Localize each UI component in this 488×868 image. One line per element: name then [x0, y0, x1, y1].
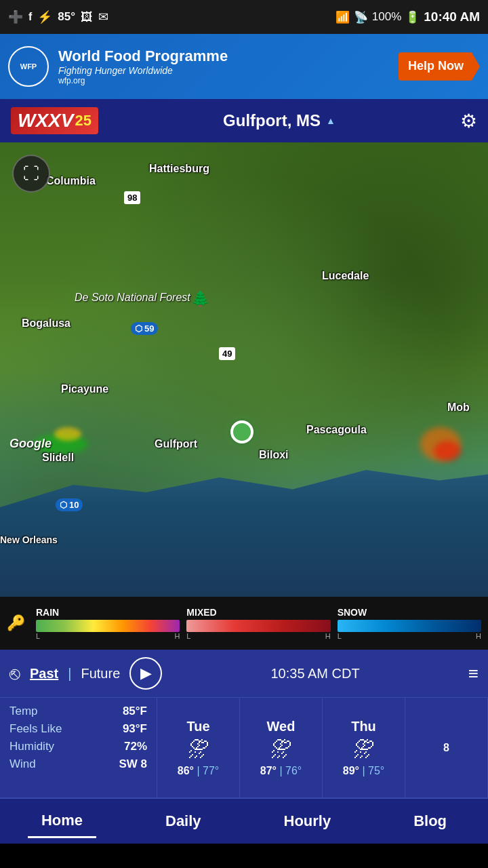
signal-icon: 📡	[354, 10, 368, 24]
past-button[interactable]: Past	[30, 666, 58, 682]
condition-row: Temp85°F	[9, 705, 147, 718]
map-label-pascagoula: Pascagoula	[306, 424, 367, 436]
rain-gradient	[36, 620, 180, 632]
photo-icon: 🖼	[81, 10, 93, 24]
temp-display: 85°	[58, 10, 75, 24]
radar-yellow	[54, 427, 81, 441]
battery-display: 100%	[372, 10, 401, 24]
ad-title: World Food Programme	[58, 47, 389, 65]
legend-snow: SNOW L H	[338, 607, 481, 640]
nav-item-daily[interactable]: Daily	[152, 806, 215, 837]
forecast-day-fri[interactable]: 8	[405, 698, 488, 797]
bottom-nav: HomeDailyHourlyBlog	[0, 797, 488, 844]
future-button[interactable]: Future	[81, 666, 120, 682]
mixed-low: L	[186, 632, 190, 640]
wifi-icon: 📶	[336, 10, 350, 24]
map-label-lucedale: Lucedale	[322, 270, 369, 282]
location-display[interactable]: Gulfport, MS ▲	[223, 111, 336, 130]
road-badge-10: 10	[56, 498, 83, 511]
map-label-mobile: Mob	[447, 401, 470, 414]
map-label-biloxi: Biloxi	[259, 449, 289, 461]
forecast-day-thu[interactable]: Thu ⛈ 89° | 75°	[323, 698, 405, 797]
legend-bar: 🔑 RAIN L H MIXED L H SNOW L H	[0, 597, 488, 650]
nav-item-hourly[interactable]: Hourly	[270, 806, 345, 837]
weather-bar: Temp85°FFeels Like93°FHumidity72%WindSW …	[0, 697, 488, 797]
snow-gradient	[338, 620, 481, 632]
app-header: WXXV 25 Gulfport, MS ▲ ⚙	[0, 99, 488, 142]
map-label-forest: De Soto National Forest	[75, 292, 190, 304]
map-label-slidell: Slidell	[42, 452, 74, 464]
location-dropdown-icon: ▲	[326, 115, 336, 126]
mixed-gradient	[186, 620, 330, 632]
ad-url: wfp.org	[58, 76, 389, 85]
ad-logo: WFP	[8, 46, 49, 87]
forecast-day-wed[interactable]: Wed ⛈ 87° | 76°	[240, 698, 323, 797]
ad-cta-button[interactable]: Help Now	[399, 52, 480, 81]
rain-low: L	[36, 632, 40, 640]
location-marker	[230, 420, 253, 443]
map-label-bogalusa: Bogalusa	[22, 317, 70, 330]
gmail-icon: ✉	[98, 9, 108, 24]
add-icon: ➕	[8, 9, 23, 24]
map-label-columbia: Columbia	[46, 175, 96, 187]
map-container[interactable]: Hattiesburg Columbia De Soto National Fo…	[0, 142, 488, 597]
usb-icon: ⚡	[37, 9, 52, 24]
snow-low: L	[338, 632, 342, 640]
legend-mixed: MIXED L H	[186, 607, 330, 640]
condition-row: Humidity72%	[9, 740, 147, 753]
road-badge-49: 49	[219, 347, 235, 360]
logo-num: 25	[75, 112, 91, 130]
controls-bar: ⎋ Past | Future ▶ 10:35 AM CDT ≡	[0, 650, 488, 697]
map-label-gulfport: Gulfport	[155, 438, 197, 450]
google-watermark: Google	[9, 437, 52, 451]
map-label-picayune: Picayune	[61, 383, 108, 395]
ad-text: World Food Programme Fighting Hunger Wor…	[58, 47, 389, 85]
location-text: Gulfport, MS	[223, 111, 321, 130]
road-badge-59: 59	[131, 322, 158, 335]
map-label-neworleans: New Orleans	[0, 534, 58, 545]
status-left: ➕ f ⚡ 85° 🖼 ✉	[8, 9, 108, 24]
status-right: 📶 📡 100% 🔋 10:40 AM	[336, 9, 480, 24]
ad-banner[interactable]: WFP World Food Programme Fighting Hunger…	[0, 34, 488, 99]
settings-icon[interactable]: ⚙	[460, 110, 477, 132]
expand-map-button[interactable]: ⛶	[12, 155, 50, 193]
road-badge-98: 98	[124, 191, 140, 204]
logo-text: WXXV	[18, 110, 73, 132]
radar-time: 10:35 AM CDT	[171, 666, 459, 682]
status-bar: ➕ f ⚡ 85° 🖼 ✉ 📶 📡 100% 🔋 10:40 AM	[0, 0, 488, 34]
layers-icon[interactable]: ≡	[468, 663, 479, 684]
mixed-high: H	[325, 632, 331, 640]
legend-rain: RAIN L H	[36, 607, 180, 640]
snow-high: H	[476, 632, 481, 640]
legend-key-icon: 🔑	[7, 614, 25, 632]
forecast-days: Tue ⛈ 86° | 77° Wed ⛈ 87° | 76° Thu ⛈ 89…	[157, 698, 488, 797]
rain-high: H	[174, 632, 180, 640]
share-icon[interactable]: ⎋	[9, 663, 20, 684]
map-label-hattiesburg: Hattiesburg	[149, 163, 209, 175]
condition-row: WindSW 8	[9, 757, 147, 771]
facebook-icon: f	[28, 11, 32, 23]
nav-item-blog[interactable]: Blog	[400, 806, 460, 837]
app-logo: WXXV 25	[11, 107, 98, 134]
battery-icon: 🔋	[405, 10, 420, 24]
play-button[interactable]: ▶	[129, 657, 162, 690]
nav-item-home[interactable]: Home	[28, 805, 96, 838]
current-conditions: Temp85°FFeels Like93°FHumidity72%WindSW …	[0, 698, 157, 797]
forest-icon: 🌲	[191, 290, 209, 308]
radar-red	[434, 441, 461, 461]
time-display: 10:40 AM	[424, 9, 480, 24]
ad-subtitle: Fighting Hunger Worldwide	[58, 65, 389, 76]
divider: |	[68, 666, 71, 682]
condition-row: Feels Like93°F	[9, 722, 147, 736]
forecast-day-tue[interactable]: Tue ⛈ 86° | 77°	[157, 698, 240, 797]
